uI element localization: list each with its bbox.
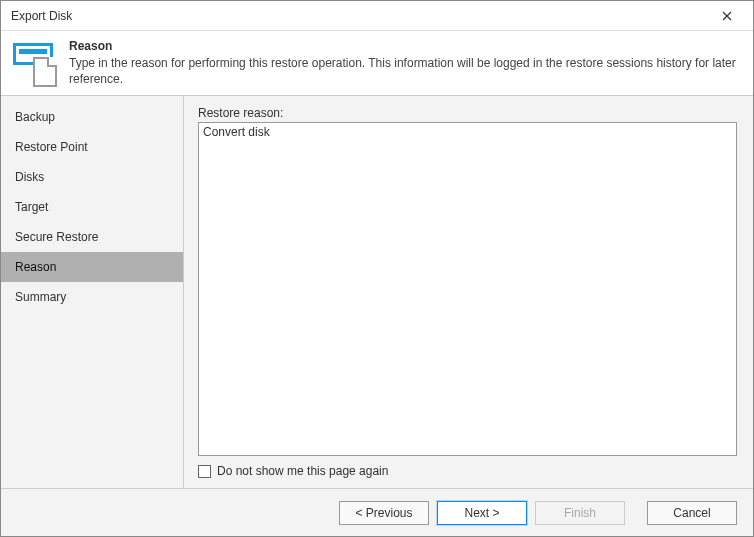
wizard-main-panel: Restore reason: Do not show me this page… (184, 96, 753, 488)
export-disk-dialog: Export Disk Reason Type in the reason fo… (0, 0, 754, 537)
restore-reason-field-wrap (198, 122, 737, 456)
sidebar-item-label: Restore Point (15, 140, 88, 154)
do-not-show-row: Do not show me this page again (198, 464, 737, 478)
sidebar-item-secure-restore[interactable]: Secure Restore (1, 222, 183, 252)
finish-button-label: Finish (564, 506, 596, 520)
wizard-steps-sidebar: Backup Restore Point Disks Target Secure… (1, 96, 184, 488)
sidebar-item-target[interactable]: Target (1, 192, 183, 222)
wizard-body: Backup Restore Point Disks Target Secure… (1, 95, 753, 488)
wizard-step-title: Reason (69, 39, 741, 53)
sidebar-item-disks[interactable]: Disks (1, 162, 183, 192)
finish-button: Finish (535, 501, 625, 525)
wizard-footer: < Previous Next > Finish Cancel (1, 488, 753, 536)
sidebar-item-summary[interactable]: Summary (1, 282, 183, 312)
sidebar-item-label: Target (15, 200, 48, 214)
next-button-label: Next > (464, 506, 499, 520)
sidebar-item-label: Backup (15, 110, 55, 124)
sidebar-item-label: Secure Restore (15, 230, 98, 244)
cancel-button[interactable]: Cancel (647, 501, 737, 525)
sidebar-item-label: Summary (15, 290, 66, 304)
next-button[interactable]: Next > (437, 501, 527, 525)
close-button[interactable] (711, 2, 743, 30)
previous-button[interactable]: < Previous (339, 501, 429, 525)
previous-button-label: < Previous (355, 506, 412, 520)
window-title: Export Disk (11, 9, 72, 23)
wizard-step-description: Type in the reason for performing this r… (69, 55, 741, 87)
restore-reason-input[interactable] (198, 122, 737, 456)
do-not-show-checkbox[interactable] (198, 465, 211, 478)
sidebar-item-label: Reason (15, 260, 56, 274)
restore-reason-label: Restore reason: (198, 106, 737, 120)
sidebar-item-restore-point[interactable]: Restore Point (1, 132, 183, 162)
do-not-show-label: Do not show me this page again (217, 464, 388, 478)
close-icon (722, 11, 732, 21)
titlebar: Export Disk (1, 1, 753, 31)
sidebar-item-reason[interactable]: Reason (1, 252, 183, 282)
sidebar-item-backup[interactable]: Backup (1, 102, 183, 132)
export-disk-icon (11, 39, 59, 87)
cancel-button-label: Cancel (673, 506, 710, 520)
sidebar-item-label: Disks (15, 170, 44, 184)
wizard-header: Reason Type in the reason for performing… (1, 31, 753, 95)
wizard-header-text: Reason Type in the reason for performing… (69, 39, 741, 87)
